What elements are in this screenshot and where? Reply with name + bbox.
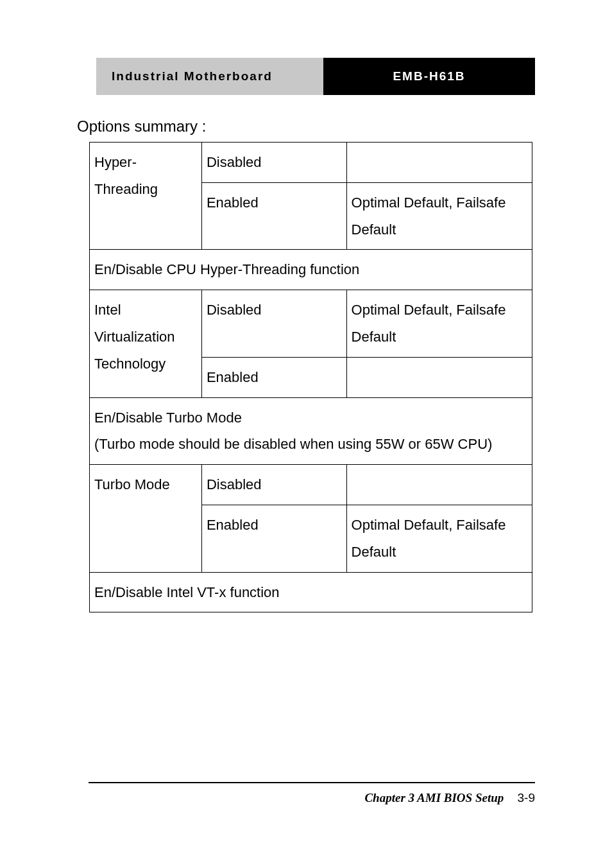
table-row: En/Disable Intel VT-x function — [90, 572, 532, 612]
cell-note — [346, 143, 532, 183]
footer-page-number: 3-9 — [518, 791, 535, 804]
page-header-band: Industrial Motherboard EMB-H61B — [96, 58, 535, 95]
header-left: Industrial Motherboard — [96, 58, 323, 95]
cell-option-name: Intel Virtualization Technology — [90, 290, 202, 397]
cell-description: En/Disable Turbo Mode (Turbo mode should… — [90, 397, 532, 465]
table-row: Turbo Mode Disabled — [90, 465, 532, 505]
cell-option-value: Disabled — [201, 290, 346, 358]
cell-option-value: Enabled — [201, 505, 346, 572]
table-row: En/Disable Turbo Mode (Turbo mode should… — [90, 397, 532, 465]
cell-note — [346, 357, 532, 397]
options-summary-title: Options summary : — [77, 117, 206, 135]
cell-option-name: Turbo Mode — [90, 465, 202, 572]
cell-option-value: Enabled — [201, 182, 346, 250]
cell-note: Optimal Default, Failsafe Default — [346, 505, 532, 572]
cell-note: Optimal Default, Failsafe Default — [346, 290, 532, 358]
cell-description: En/Disable Intel VT-x function — [90, 572, 532, 612]
footer-divider — [89, 782, 535, 783]
header-right: EMB-H61B — [323, 58, 535, 95]
table-row: Intel Virtualization Technology Disabled… — [90, 290, 532, 358]
cell-option-value: Disabled — [201, 143, 346, 183]
cell-option-value: Disabled — [201, 465, 346, 505]
table-row: En/Disable CPU Hyper-Threading function — [90, 250, 532, 290]
options-table: Hyper-Threading Disabled Enabled Optimal… — [89, 142, 532, 612]
cell-note — [346, 465, 532, 505]
cell-option-name: Hyper-Threading — [90, 143, 202, 250]
cell-description: En/Disable CPU Hyper-Threading function — [90, 250, 532, 290]
cell-option-value: Enabled — [201, 357, 346, 397]
footer-chapter: Chapter 3 AMI BIOS Setup — [364, 791, 504, 804]
table-row: Hyper-Threading Disabled — [90, 143, 532, 183]
cell-note: Optimal Default, Failsafe Default — [346, 182, 532, 250]
footer-text: Chapter 3 AMI BIOS Setup 3-9 — [364, 791, 535, 805]
